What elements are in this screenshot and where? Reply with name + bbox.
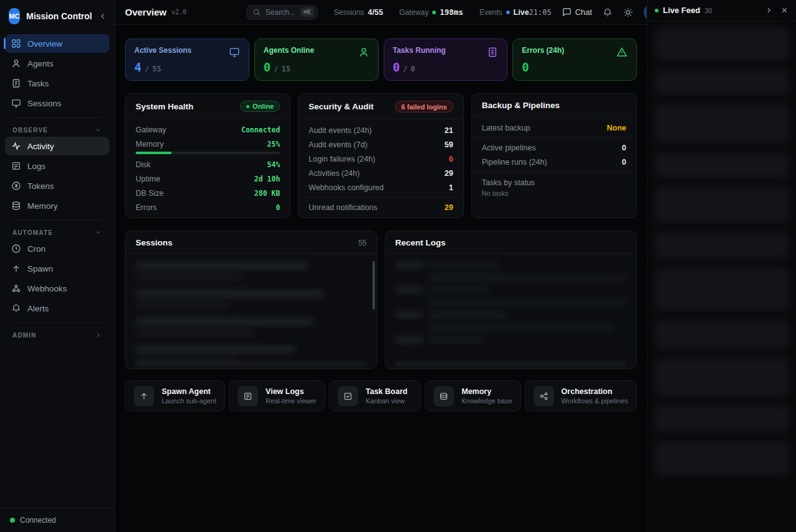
search-icon <box>252 8 261 16</box>
notifications-button[interactable] <box>603 7 613 17</box>
orchestration-button[interactable]: Orchestration Workflows & pipelines <box>525 380 637 411</box>
panel-header: System Health Online <box>126 94 290 119</box>
sidebar-item-memory[interactable]: Memory <box>5 196 109 215</box>
sidebar-item-cron[interactable]: Cron <box>5 239 109 258</box>
sidebar-item-logs[interactable]: Logs <box>5 157 109 175</box>
live-feed-title: Live Feed <box>663 6 700 15</box>
row-label: Latest backup <box>482 124 530 132</box>
logs-list-redacted[interactable] <box>386 254 637 369</box>
chevron-right-icon[interactable] <box>765 6 773 14</box>
document-icon <box>11 78 21 88</box>
close-icon[interactable] <box>780 6 789 14</box>
bell-icon <box>603 7 613 17</box>
quick-actions-row: Spawn Agent Launch sub-agent View Logs R… <box>125 380 637 411</box>
live-feed-panel: Live Feed 30 <box>647 0 796 532</box>
stat-card-agents-online[interactable]: Agents Online 0 / 15 <box>254 39 379 81</box>
main-column: Overview v2.0 ⌘K Sessions 4/55 Gateway 1… <box>115 0 647 532</box>
search-box[interactable]: ⌘K <box>246 5 318 20</box>
live-feed-list-redacted[interactable] <box>647 21 796 532</box>
live-feed-count: 30 <box>705 7 761 14</box>
sidebar-item-activity[interactable]: Activity <box>5 137 109 155</box>
stat-value: 4/55 <box>368 8 383 17</box>
quick-action-title: View Logs <box>266 387 317 396</box>
feed-item <box>655 186 789 222</box>
clock-icon <box>11 244 21 254</box>
backup-row: Active pipelines 0 <box>472 140 636 155</box>
panel-title: Security & Audit <box>308 102 374 111</box>
sidebar-item-tokens[interactable]: Tokens <box>5 177 109 195</box>
sidebar-item-overview[interactable]: Overview <box>5 34 109 53</box>
memory-button[interactable]: Memory Knowledge base <box>425 380 521 411</box>
section-automate[interactable]: AUTOMATE <box>5 223 109 239</box>
sidebar-item-alerts[interactable]: Alerts <box>5 299 109 318</box>
panel-header: Security & Audit 6 failed logins <box>298 94 463 119</box>
sessions-list-redacted[interactable] <box>126 254 377 369</box>
stat-label: Sessions <box>334 8 364 17</box>
row-label: Unread notifications <box>308 203 377 212</box>
log-line <box>396 262 627 268</box>
section-admin[interactable]: ADMIN <box>5 326 109 342</box>
quick-action-title: Spawn Agent <box>162 387 216 396</box>
stat-card-active-sessions[interactable]: Active Sessions 4 / 55 <box>125 39 249 81</box>
status-dot-green <box>432 11 436 14</box>
chat-button[interactable]: Chat <box>562 7 592 17</box>
chat-bubble-icon <box>562 7 572 17</box>
backup-pipelines-panel: Backup & Pipelines Latest backup None Ac… <box>471 93 637 218</box>
quick-action-title: Orchestration <box>562 387 628 396</box>
sidebar-item-label: Tokens <box>27 181 54 191</box>
stat-card-tasks-running[interactable]: Tasks Running 0 / 0 <box>384 39 508 81</box>
row-label: Errors <box>136 203 157 212</box>
chevron-left-icon <box>98 12 107 21</box>
scrollbar-thumb[interactable] <box>373 261 375 310</box>
chevron-down-icon <box>95 126 102 134</box>
panel-rows: Latest backup None Active pipelines 0 Pi… <box>472 117 636 198</box>
sidebar-item-label: Overview <box>27 39 62 48</box>
view-logs-button[interactable]: View Logs Real-time viewer <box>229 380 325 411</box>
database-icon <box>11 201 21 211</box>
feed-item <box>655 441 789 476</box>
monitor-icon <box>229 47 240 58</box>
feed-item <box>655 267 789 311</box>
health-row-memory: Memory 25% <box>126 137 290 151</box>
panel-title: Recent Logs <box>396 238 446 247</box>
stat-card-total: 55 <box>152 65 161 73</box>
sidebar-item-spawn[interactable]: Spawn <box>5 259 109 278</box>
topbar-sessions-stat: Sessions 4/55 <box>334 8 383 17</box>
list-item <box>136 262 367 280</box>
search-input[interactable] <box>264 7 297 17</box>
grid-icon <box>11 39 21 48</box>
live-feed-actions <box>765 6 789 14</box>
sidebar-item-sessions[interactable]: Sessions <box>5 94 109 112</box>
page-title: Overview <box>125 7 167 17</box>
sessions-footer-redacted <box>136 362 367 366</box>
log-line <box>396 324 627 331</box>
section-observe[interactable]: OBSERVE <box>5 121 109 137</box>
row-value: 6 <box>449 155 453 163</box>
row-label: Pipeline runs (24h) <box>482 158 547 167</box>
security-row-unread: Unread notifications 29 <box>298 200 463 214</box>
stat-card-errors[interactable]: Errors (24h) 0 <box>512 39 637 81</box>
person-icon <box>358 47 369 58</box>
health-row-uptime: Uptime 2d 10h <box>126 172 290 186</box>
health-row-gateway: Gateway Connected <box>126 122 290 137</box>
theme-toggle-button[interactable] <box>623 7 633 17</box>
status-dot-green <box>655 9 659 12</box>
row-value: 59 <box>445 140 453 149</box>
sidebar-collapse-button[interactable] <box>98 12 107 21</box>
info-panels-row: System Health Online Gateway Connected M… <box>125 93 637 218</box>
person-icon <box>11 58 21 68</box>
stat-label: Gateway <box>399 8 428 17</box>
database-icon <box>433 386 454 406</box>
spawn-agent-button[interactable]: Spawn Agent Launch sub-agent <box>125 380 225 411</box>
quick-action-title: Task Board <box>366 387 407 396</box>
stat-card-value: 0 <box>264 60 271 74</box>
row-value: 0 <box>622 144 626 152</box>
sidebar-item-label: Alerts <box>27 304 49 313</box>
sidebar-item-tasks[interactable]: Tasks <box>5 74 109 93</box>
task-board-button[interactable]: Task Board Kanban view <box>329 380 421 411</box>
sidebar-item-webhooks[interactable]: Webhooks <box>5 279 109 298</box>
stat-card-label: Agents Online <box>264 46 369 55</box>
sidebar-item-agents[interactable]: Agents <box>5 54 109 73</box>
stat-card-separator: / <box>144 65 149 73</box>
stat-label: Events <box>479 8 502 17</box>
